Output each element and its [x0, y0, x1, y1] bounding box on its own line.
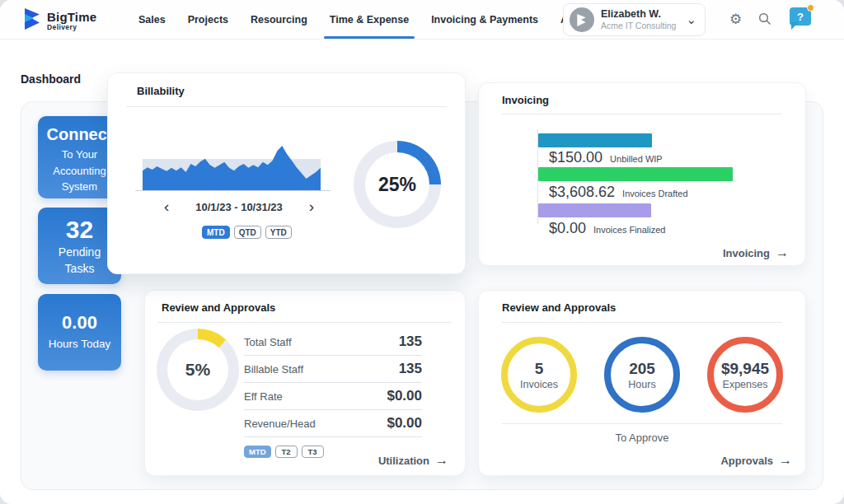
invoices-drafted-label: Invoices Drafted — [622, 189, 687, 198]
app-window: BigTime Delivery Sales Projects Resourci… — [0, 0, 844, 504]
chevron-left-icon[interactable]: ‹ — [164, 199, 169, 214]
invoicing-link-label: Invoicing — [723, 247, 770, 259]
arrow-right-icon: → — [779, 453, 792, 468]
page-title: Dashboard — [21, 72, 81, 86]
search-icon[interactable] — [758, 12, 771, 29]
hours-to-approve-count: 205 — [629, 360, 655, 378]
invoicing-title: Invoicing — [502, 94, 549, 106]
invoices-to-approve-label: Invoices — [520, 379, 558, 390]
invoicing-card: Invoicing $150.00 Unbilled WIP $3,608.62… — [478, 82, 806, 266]
billable-staff-value: 135 — [399, 361, 422, 377]
period-pill-mtd[interactable]: MTD — [244, 446, 271, 458]
approval-ring: 205 Hours — [604, 337, 680, 413]
period-pill-t3[interactable]: T3 — [302, 446, 324, 458]
invoicing-bar — [538, 203, 651, 217]
billability-title: Billability — [137, 85, 185, 97]
approvals-link-label: Approvals — [720, 455, 773, 467]
main-nav: Sales Projects Resourcing Time & Expense… — [138, 0, 607, 40]
utilization-donut: 5% — [157, 329, 239, 411]
invoices-finalized-label: Invoices Finalized — [593, 225, 665, 235]
billability-period-toggles: MTD QTD YTD — [202, 226, 292, 239]
revenue-head-value: $0.00 — [387, 415, 422, 432]
date-range-navigator: ‹ 10/1/23 - 10/31/23 › — [164, 199, 314, 214]
nav-item-time-expense[interactable]: Time & Expense — [330, 0, 409, 40]
nav-item-projects[interactable]: Projects — [188, 0, 228, 40]
bigtime-logo-icon — [23, 8, 41, 33]
invoicing-bar — [538, 167, 733, 181]
total-staff-value: 135 — [399, 334, 422, 350]
period-pill-t2[interactable]: T2 — [275, 446, 298, 458]
invoices-drafted-value: $3,608.62 — [549, 184, 615, 201]
unbilled-wip-label: Unbilled WIP — [610, 154, 663, 164]
arrow-right-icon: → — [776, 245, 789, 260]
revenue-head-label: Revenue/Head — [244, 418, 316, 430]
invoicing-bar — [538, 133, 652, 147]
brand-subtitle: Delivery — [47, 23, 96, 31]
arrow-right-icon: → — [435, 453, 448, 468]
divider — [502, 114, 782, 114]
chart-baseline — [135, 190, 331, 191]
utilization-link-label: Utilization — [378, 455, 429, 467]
notification-dot — [807, 4, 814, 12]
divider — [502, 322, 782, 323]
approval-ring: $9,945 Expenses — [707, 337, 783, 413]
utilization-link[interactable]: Utilization → — [378, 453, 448, 468]
invoicing-link[interactable]: Invoicing → — [723, 245, 789, 260]
expenses-to-approve-amount: $9,945 — [721, 360, 769, 378]
eff-rate-label: Eff Rate — [244, 390, 283, 403]
approvals-link[interactable]: Approvals → — [720, 453, 792, 468]
divider — [502, 423, 782, 424]
user-organization: Acme IT Consulting — [601, 21, 676, 31]
invoices-finalized-value: $0.00 — [549, 220, 586, 237]
user-account-menu[interactable]: Elizabeth W. Acme IT Consulting ⌄ — [563, 3, 706, 36]
approvals-card: Review and Approvals 5 Invoices 205 Hour… — [478, 290, 806, 476]
avatar — [570, 7, 594, 32]
divider — [126, 106, 447, 107]
billable-staff-label: Billable Staff — [244, 363, 303, 376]
nav-item-resourcing[interactable]: Resourcing — [251, 0, 307, 40]
date-range-label: 10/1/23 - 10/31/23 — [195, 201, 283, 213]
utilization-card: Review and Approvals 5% Total Staff 135 … — [144, 290, 466, 476]
nav-item-invoicing-payments[interactable]: Invoicing & Payments — [431, 0, 538, 40]
table-row: Revenue/Head $0.00 — [244, 410, 422, 437]
utilization-percentage: 5% — [185, 360, 210, 380]
billability-area-svg — [143, 142, 321, 190]
invoices-to-approve-count: 5 — [535, 360, 544, 378]
help-widget-button[interactable]: ? — [790, 7, 811, 26]
settings-gear-icon[interactable]: ⚙ — [729, 11, 742, 28]
brand-logo[interactable]: BigTime Delivery — [23, 8, 96, 33]
period-pill-qtd[interactable]: QTD — [234, 226, 261, 239]
chevron-right-icon[interactable]: › — [309, 199, 314, 214]
billability-percentage: 25% — [378, 174, 416, 196]
table-row: Total Staff 135 — [244, 329, 422, 356]
hours-today-value: 0.00 — [38, 312, 121, 334]
divider — [157, 322, 451, 323]
brand-name: BigTime — [47, 10, 96, 24]
table-row: Eff Rate $0.00 — [244, 383, 422, 410]
user-name: Elizabeth W. — [601, 8, 676, 21]
hours-today-card[interactable]: 0.00 Hours Today — [38, 294, 121, 371]
hours-today-label: Hours Today — [38, 338, 121, 350]
question-icon: ? — [797, 11, 804, 23]
expenses-to-approve-label: Expenses — [723, 379, 768, 390]
approvals-title: Review and Approvals — [502, 301, 616, 314]
chevron-down-icon: ⌄ — [686, 16, 696, 24]
to-approve-label: To Approve — [479, 432, 805, 444]
period-pill-mtd[interactable]: MTD — [202, 226, 230, 239]
period-pill-ytd[interactable]: YTD — [265, 226, 292, 239]
nav-item-sales[interactable]: Sales — [138, 0, 166, 40]
table-row: Billable Staff 135 — [244, 356, 422, 383]
utilization-table: Total Staff 135 Billable Staff 135 Eff R… — [244, 329, 422, 437]
utilization-period-toggles: MTD T2 T3 — [244, 446, 324, 458]
approval-ring: 5 Invoices — [501, 337, 577, 413]
unbilled-wip-value: $150.00 — [549, 149, 603, 166]
billability-area-chart — [143, 142, 321, 190]
utilization-title: Review and Approvals — [162, 301, 275, 314]
eff-rate-value: $0.00 — [387, 388, 422, 404]
total-staff-label: Total Staff — [244, 336, 292, 348]
billability-card: Billability ‹ 10/1/23 - 10/31/23 › MTD Q… — [107, 72, 466, 274]
top-navigation-bar: BigTime Delivery Sales Projects Resourci… — [0, 0, 844, 40]
billability-donut: 25% — [354, 141, 441, 228]
hours-to-approve-label: Hours — [628, 379, 655, 390]
